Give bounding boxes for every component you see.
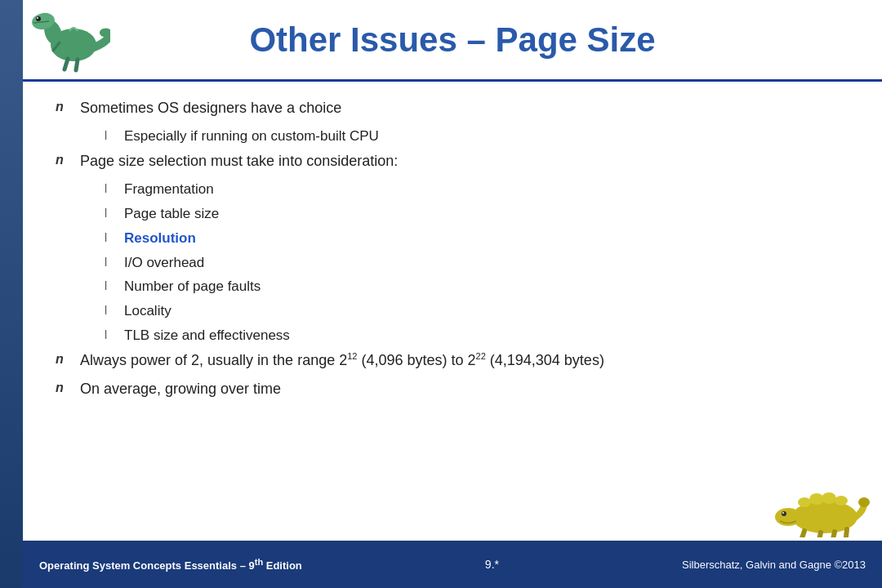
sub-bullet-resolution: Resolution [124,229,196,248]
sub-bullet-marker: l [105,256,113,269]
sub-bullet-text: Especially if running on custom-built CP… [124,127,379,146]
bullet-marker: n [56,153,69,167]
sub-bullet-marker: l [105,304,113,317]
svg-point-12 [822,492,836,504]
list-item: n Sometimes OS designers have a choice [56,98,849,118]
svg-point-16 [782,512,784,514]
list-item: l Especially if running on custom-built … [105,127,849,146]
footer-center-text: 9.* [485,558,499,571]
svg-line-18 [802,531,804,537]
sub-bullet-marker: l [105,129,113,142]
svg-line-21 [846,529,847,537]
list-item: l Resolution [105,229,849,248]
sub-bullet-marker: l [105,182,113,195]
footer: Operating System Concepts Essentials – 9… [23,541,882,588]
svg-point-13 [835,496,848,506]
svg-point-17 [858,497,870,507]
sub-bullet-text: TLB size and effectiveness [124,326,290,345]
bullet-text: Sometimes OS designers have a choice [80,98,341,118]
dino-bottom-icon [772,474,870,537]
sub-bullet-marker: l [105,279,113,292]
sub-bullet-text: Page table size [124,204,219,224]
list-item: l Number of page faults [105,277,849,296]
sub-bullet-text: Locality [124,301,172,321]
list-item: n On average, growing over time [56,379,849,399]
svg-point-15 [782,511,786,516]
bullet-marker: n [56,381,69,395]
sub-bullet-marker: l [105,328,113,341]
sidebar-accent [0,0,23,588]
footer-left-text: Operating System Concepts Essentials – 9… [39,557,302,572]
bullet-marker: n [56,100,69,114]
footer-right-text: Silberschatz, Galvin and Gagne ©2013 [682,559,866,571]
svg-point-10 [798,497,811,507]
list-item: l I/O overhead [105,253,849,273]
sub-bullet-text: Number of page faults [124,277,261,296]
main-content: n Sometimes OS designers have a choice l… [23,82,882,539]
list-item: l Fragmentation [105,180,849,199]
sub-bullet-marker: l [105,207,113,220]
sub-bullet-text: Fragmentation [124,180,214,199]
bullet-text: Page size selection must take into consi… [80,151,398,172]
sub-bullet-text: I/O overhead [124,253,204,273]
always-power-text: Always power of 2, usually in the range … [80,350,604,371]
sub-bullet-marker: l [105,231,113,244]
list-item: l TLB size and effectiveness [105,326,849,345]
bullet-marker: n [56,352,69,367]
on-average-text: On average, growing over time [80,379,281,399]
header: Other Issues – Page Size [23,0,882,82]
list-item: l Locality [105,301,849,321]
list-item: n Page size selection must take into con… [56,151,849,172]
svg-line-20 [833,532,835,537]
list-item: n Always power of 2, usually in the rang… [56,350,849,371]
list-item: l Page table size [105,204,849,224]
page-title: Other Issues – Page Size [249,20,655,60]
svg-line-19 [819,532,821,537]
